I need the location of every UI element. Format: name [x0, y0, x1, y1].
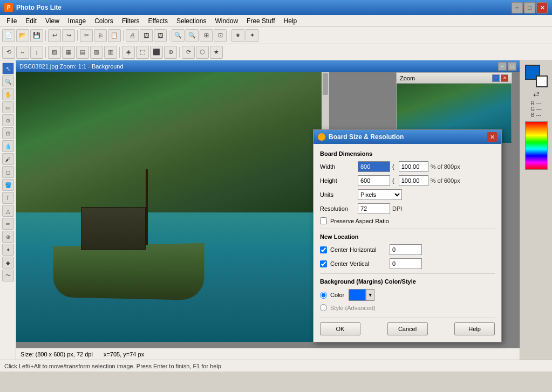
tb-zoom-in[interactable]: 🔍 [172, 29, 185, 42]
tb-copy[interactable]: ⎘ [94, 29, 107, 42]
menu-bar: File Edit View Image Colors Filters Effe… [0, 15, 552, 27]
menu-file[interactable]: File [2, 16, 21, 26]
resolution-row: Resolution DPI [320, 203, 495, 214]
menu-filters[interactable]: Filters [118, 16, 144, 26]
tb-undo[interactable]: ↩ [48, 29, 61, 42]
tb2-9[interactable]: ◈ [122, 46, 135, 59]
swap-colors-icon[interactable]: ⇄ [533, 90, 540, 98]
dialog-close-button[interactable]: ✕ [487, 132, 497, 142]
tb2-3[interactable]: ↕ [30, 46, 43, 59]
tb-effect1[interactable]: ★ [231, 29, 244, 42]
tb-img2[interactable]: 🖼 [154, 29, 167, 42]
center-h-checkbox[interactable] [320, 246, 327, 253]
bg-color-radio[interactable] [320, 292, 327, 299]
color-r: R --- [531, 100, 542, 106]
tb2-8[interactable]: ▥ [104, 46, 117, 59]
tb-save[interactable]: 💾 [30, 29, 43, 42]
v-scrollbar-thumb[interactable] [323, 73, 328, 95]
tool-fill[interactable]: 🪣 [2, 179, 14, 191]
tb-paste[interactable]: 📋 [108, 29, 121, 42]
tool-shape[interactable]: △ [2, 205, 14, 217]
center-v-row: Center Vertical [320, 258, 495, 269]
canvas-image-area[interactable] [16, 72, 329, 342]
tb2-10[interactable]: ⬚ [136, 46, 149, 59]
bottom-text: Click Left/+Alt to move/transform select… [4, 363, 221, 369]
tool-hand[interactable]: ✋ [2, 88, 14, 100]
tb-redo[interactable]: ↪ [62, 29, 75, 42]
tool-pen[interactable]: ✏ [2, 218, 14, 230]
bg-color-dropdown[interactable]: ▼ [366, 289, 374, 301]
tool-text[interactable]: T [2, 192, 14, 204]
tb2-14[interactable]: ⬡ [196, 46, 209, 59]
tb2-6[interactable]: ▤ [76, 46, 89, 59]
tool-zoom[interactable]: 🔍 [2, 75, 14, 87]
toolbar-2: ⟲ ↔ ↕ ▨ ▦ ▤ ▧ ▥ ◈ ⬚ ⬛ ⊕ ⟳ ⬡ ★ [0, 44, 552, 60]
menu-view[interactable]: View [41, 16, 64, 26]
canvas-minimize[interactable]: − [498, 62, 507, 71]
width-label: Width [320, 163, 358, 170]
menu-help[interactable]: Help [280, 16, 302, 26]
tool-select[interactable]: ↖ [2, 63, 14, 74]
menu-edit[interactable]: Edit [21, 16, 41, 26]
bg-style-radio[interactable] [320, 304, 327, 311]
tb2-11[interactable]: ⬛ [150, 46, 163, 59]
color-spectrum[interactable] [525, 121, 548, 170]
menu-window[interactable]: Window [210, 16, 242, 26]
tb-actual[interactable]: ⊡ [214, 29, 227, 42]
tool-eyedrop[interactable]: 💧 [2, 140, 14, 152]
tb2-12[interactable]: ⊕ [164, 46, 177, 59]
width-pct-input[interactable] [399, 161, 428, 172]
maximize-button[interactable]: □ [524, 2, 535, 13]
tb2-15[interactable]: ★ [210, 46, 223, 59]
section-new-location: New Location [320, 233, 495, 240]
tool-clone[interactable]: ⊕ [2, 231, 14, 243]
background-color[interactable] [536, 75, 548, 87]
tb-img1[interactable]: 🖼 [140, 29, 153, 42]
tb2-2[interactable]: ↔ [16, 46, 29, 59]
tb-effect2[interactable]: ✦ [246, 29, 258, 42]
units-select[interactable]: Pixels Inches Centimeters [358, 189, 402, 200]
status-size: Size: (800 x 600) px, 72 dpi [21, 351, 93, 357]
tb-open[interactable]: 📂 [16, 29, 29, 42]
tb-cut[interactable]: ✂ [80, 29, 93, 42]
tb2-5[interactable]: ▦ [62, 46, 75, 59]
tb-zoom-out[interactable]: 🔍 [186, 29, 199, 42]
width-input[interactable] [358, 161, 390, 172]
tool-paint[interactable]: 🖌 [2, 153, 14, 165]
tb2-4[interactable]: ▨ [48, 46, 61, 59]
preserve-aspect-checkbox[interactable] [320, 217, 327, 224]
canvas-maximize[interactable]: □ [508, 62, 516, 71]
tool-lasso[interactable]: ⊙ [2, 114, 14, 126]
zoom-minimize[interactable]: − [492, 74, 500, 82]
ok-button[interactable]: OK [320, 322, 360, 335]
menu-image[interactable]: Image [64, 16, 90, 26]
bg-color-swatch[interactable] [349, 289, 366, 301]
height-pct-input[interactable] [399, 175, 428, 186]
tool-eraser[interactable]: ◻ [2, 166, 14, 178]
center-h-input[interactable] [390, 244, 422, 255]
cancel-button[interactable]: Cancel [387, 322, 428, 335]
tb-print[interactable]: 🖨 [126, 29, 139, 42]
tool-heal[interactable]: ✦ [2, 244, 14, 256]
resolution-input[interactable] [358, 203, 390, 214]
height-input[interactable] [358, 175, 390, 186]
menu-free-stuff[interactable]: Free Stuff [242, 16, 279, 26]
tb2-13[interactable]: ⟳ [182, 46, 195, 59]
tb-new[interactable]: 📄 [2, 29, 15, 42]
tb2-7[interactable]: ▧ [90, 46, 103, 59]
center-v-input[interactable] [390, 258, 422, 269]
tool-smudge[interactable]: 〜 [2, 270, 14, 281]
tool-crop[interactable]: ⊡ [2, 127, 14, 139]
tb-fit[interactable]: ⊞ [200, 29, 213, 42]
tool-sharpen[interactable]: ◆ [2, 257, 14, 269]
minimize-button[interactable]: − [512, 2, 523, 13]
menu-effects[interactable]: Effects [144, 16, 172, 26]
tb2-1[interactable]: ⟲ [2, 46, 15, 59]
center-v-checkbox[interactable] [320, 260, 327, 267]
close-button[interactable]: ✕ [536, 2, 548, 13]
menu-selections[interactable]: Selections [172, 16, 210, 26]
menu-colors[interactable]: Colors [90, 16, 118, 26]
help-button[interactable]: Help [454, 322, 495, 335]
zoom-close[interactable]: ✕ [501, 74, 508, 82]
tool-rect-sel[interactable]: ▭ [2, 101, 14, 113]
